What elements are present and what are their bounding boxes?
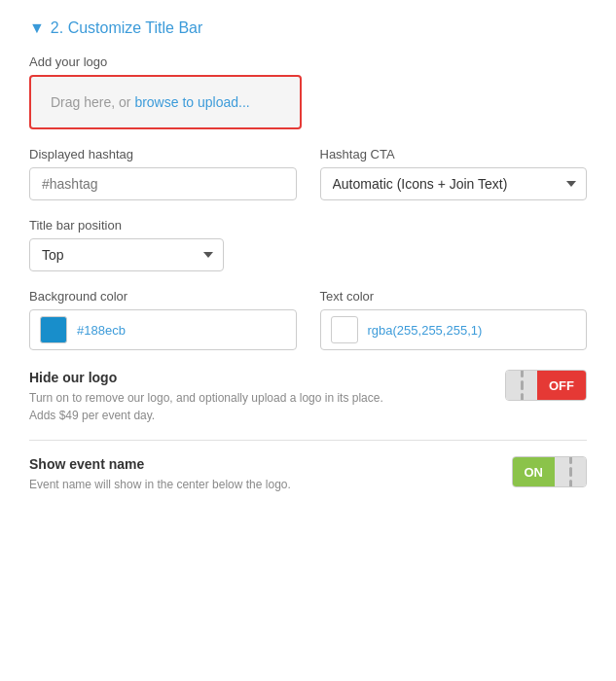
bg-color-field[interactable]: #188ecb <box>29 309 297 350</box>
drag-handle-icon <box>521 370 524 401</box>
show-event-name-on-button[interactable]: ON <box>513 456 556 487</box>
hide-logo-row: Hide our logo Turn on to remove our logo… <box>29 370 587 441</box>
hashtag-input[interactable] <box>29 167 297 200</box>
show-event-name-row: Show event name Event name will show in … <box>29 456 587 493</box>
text-color-swatch <box>331 316 358 343</box>
logo-section: Add your logo Drag here, or browse to up… <box>29 54 587 129</box>
hashtag-cta-col: Hashtag CTA Automatic (Icons + Join Text… <box>320 147 588 200</box>
text-color-field[interactable]: rgba(255,255,255,1) <box>320 309 588 350</box>
hide-logo-toggle[interactable]: OFF <box>505 370 587 401</box>
title-bar-position-label: Title bar position <box>29 218 587 233</box>
show-event-drag-handle[interactable] <box>555 456 586 487</box>
text-color-value: rgba(255,255,255,1) <box>368 323 483 338</box>
show-event-name-toggle[interactable]: ON <box>512 456 588 487</box>
hashtag-col: Displayed hashtag <box>29 147 297 200</box>
browse-link[interactable]: browse to upload... <box>134 94 249 110</box>
show-event-name-title: Show event name <box>29 456 291 472</box>
upload-text: Drag here, or <box>51 94 134 110</box>
bg-color-swatch <box>40 316 67 343</box>
hashtag-row: Displayed hashtag Hashtag CTA Automatic … <box>29 147 587 200</box>
hashtag-cta-select[interactable]: Automatic (Icons + Join Text) Icons only… <box>320 167 588 200</box>
bg-color-label: Background color <box>29 289 297 304</box>
hide-logo-title: Hide our logo <box>29 370 399 385</box>
show-event-drag-handle-icon <box>569 456 572 487</box>
logo-label: Add your logo <box>29 54 587 69</box>
hide-logo-off-button[interactable]: OFF <box>537 370 586 401</box>
text-color-col: Text color rgba(255,255,255,1) <box>320 289 588 350</box>
text-color-label: Text color <box>320 289 588 304</box>
title-bar-position-section: Title bar position Top Bottom Left Right <box>29 218 587 271</box>
hide-logo-description: Turn on to remove our logo, and optional… <box>29 389 399 424</box>
show-event-name-description: Event name will show in the center below… <box>29 476 291 493</box>
logo-upload-area[interactable]: Drag here, or browse to upload... <box>29 75 302 129</box>
section-title: ▼ 2. Customize Title Bar <box>29 19 587 37</box>
bg-color-value: #188ecb <box>77 323 126 338</box>
bg-color-col: Background color #188ecb <box>29 289 297 350</box>
show-event-name-text: Show event name Event name will show in … <box>29 456 291 493</box>
hide-logo-text: Hide our logo Turn on to remove our logo… <box>29 370 399 424</box>
title-bar-position-select[interactable]: Top Bottom Left Right <box>29 238 224 271</box>
color-row: Background color #188ecb Text color rgba… <box>29 289 587 350</box>
hashtag-label: Displayed hashtag <box>29 147 297 161</box>
hashtag-cta-label: Hashtag CTA <box>320 147 588 161</box>
collapse-arrow-icon[interactable]: ▼ <box>29 19 45 37</box>
hide-logo-drag-handle[interactable] <box>506 370 537 401</box>
